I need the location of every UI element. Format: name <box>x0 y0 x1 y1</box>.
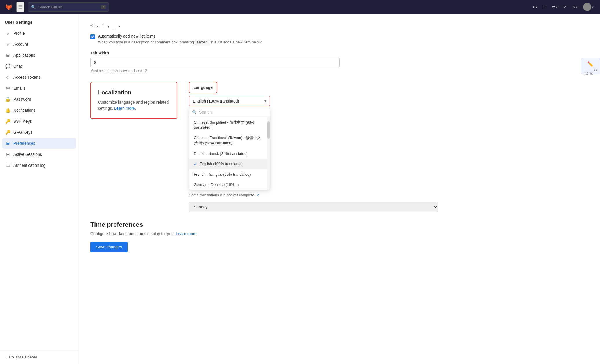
dropdown-list-wrapper: Chinese, Simplified - 简体中文 (98% translat… <box>189 117 270 190</box>
sidebar-item-notifications[interactable]: 🔔 Notifications <box>2 105 76 116</box>
access-tokens-icon: ◇ <box>5 75 10 80</box>
checkbox-desc-pre: When you type in a description or commen… <box>98 40 195 44</box>
gitlab-logo <box>5 3 13 11</box>
help-button[interactable]: ? ▾ <box>571 3 579 11</box>
dropdown-item-zh-cn[interactable]: Chinese, Simplified - 简体中文 (98% translat… <box>189 117 270 132</box>
notifications-icon: 🔔 <box>5 108 10 113</box>
sidebar-item-auth-log[interactable]: ☰ Authentication log <box>2 160 76 171</box>
time-learn-more-link[interactable]: Learn more. <box>176 231 198 236</box>
language-search-row: 🔍 <box>189 107 270 117</box>
first-day-select[interactable]: Sunday Monday Saturday <box>189 202 438 212</box>
user-chevron: ▾ <box>592 6 594 9</box>
tab-width-input[interactable] <box>90 58 340 67</box>
symbols-text: < , * , _ . <box>90 23 588 28</box>
sidebar-item-emails[interactable]: ✉ Emails <box>2 83 76 94</box>
dropdown-item-en[interactable]: ✓ English (100% translated) <box>189 159 270 169</box>
sidebar-label-ssh-keys: SSH Keys <box>13 119 32 124</box>
tab-width-label: Tab width <box>90 51 588 55</box>
collapse-label: Collapse sidebar <box>9 355 37 359</box>
dropdown-item-zh-tw[interactable]: Chinese, Traditional (Taiwan) - 繁體中文 (台灣… <box>189 132 270 149</box>
language-search-input[interactable] <box>199 110 267 114</box>
side-widget[interactable]: ✏️ C笔记 <box>581 58 600 74</box>
sidebar: User Settings ○ Profile ☆ Account ⊞ Appl… <box>0 14 79 364</box>
chevron-down-icon: ▾ <box>264 99 266 103</box>
auto-list-items-label: Automatically add new list items <box>98 34 262 39</box>
sidebar-item-ssh-keys[interactable]: 🔑 SSH Keys <box>2 116 76 127</box>
search-input[interactable] <box>38 5 99 9</box>
sidebar-item-account[interactable]: ☆ Account <box>2 39 76 50</box>
sidebar-label-gpg-keys: GPG Keys <box>13 130 32 135</box>
dropdown-scrollbar <box>267 117 270 190</box>
external-link-icon: ↗ <box>256 193 260 197</box>
localization-title: Localization <box>98 89 170 96</box>
sidebar-label-account: Account <box>13 42 28 47</box>
dropdown-item-label-de: German - Deutsch (16%...) <box>194 182 265 187</box>
sidebar-label-applications: Applications <box>13 53 35 58</box>
time-preferences-title: Time preferences <box>90 221 588 228</box>
sidebar-label-preferences: Preferences <box>13 141 35 146</box>
scrollbar-thumb[interactable] <box>267 121 270 139</box>
language-selected-value: English (100% translated) <box>193 99 239 103</box>
sidebar-item-applications[interactable]: ⊞ Applications <box>2 50 76 61</box>
time-preferences-desc: Configure how dates and times display fo… <box>90 231 588 236</box>
language-select-trigger[interactable]: English (100% translated) ▾ <box>189 96 270 106</box>
notice-link[interactable]: ↗ <box>256 193 260 197</box>
issues-icon: □ <box>543 4 546 10</box>
user-menu-button[interactable]: ▾ <box>581 1 595 13</box>
sidebar-label-password: Password <box>13 97 31 102</box>
tab-width-section: Tab width Must be a number between 1 and… <box>90 51 588 73</box>
save-changes-button[interactable]: Save changes <box>90 242 128 252</box>
search-slash: / <box>101 5 106 9</box>
sidebar-nav: ○ Profile ☆ Account ⊞ Applications 💬 <box>0 28 79 171</box>
merge-requests-button[interactable]: ⇄ ▾ <box>550 3 559 11</box>
merge-icon: ⇄ <box>552 5 555 9</box>
localization-box: Localization Customize language and regi… <box>90 82 177 212</box>
sidebar-title: User Settings <box>0 14 79 28</box>
dropdown-item-label-fr: French - français (99% translated) <box>194 172 265 177</box>
sidebar-item-active-sessions[interactable]: ⊞ Active Sessions <box>2 149 76 160</box>
language-label-box: Language <box>189 82 217 93</box>
search-bar: 🔍 / <box>28 2 109 12</box>
sidebar-item-preferences[interactable]: ⊟ Preferences <box>2 138 76 149</box>
auto-list-items-description: When you type in a description or commen… <box>98 40 262 45</box>
issues-button[interactable]: □ <box>541 3 548 11</box>
sidebar-item-chat[interactable]: 💬 Chat <box>2 61 76 72</box>
main-content: < , * , _ . Automatically add new list i… <box>79 14 600 364</box>
todo-button[interactable]: ✓ <box>561 3 569 11</box>
dropdown-item-fr[interactable]: French - français (99% translated) <box>189 169 270 180</box>
collapse-icon: « <box>5 355 7 359</box>
hamburger-button[interactable]: ☰ <box>16 2 24 12</box>
create-button[interactable]: + ▾ <box>530 3 539 11</box>
dropdown-item-da[interactable]: Danish - dansk (34% translated) <box>189 149 270 159</box>
create-chevron: ▾ <box>536 6 537 9</box>
profile-icon: ○ <box>5 31 10 36</box>
dropdown-item-label-zh-tw: Chinese, Traditional (Taiwan) - 繁體中文 (台灣… <box>194 135 265 146</box>
localization-section: Localization Customize language and regi… <box>90 82 588 212</box>
auto-list-items-row: Automatically add new list items When yo… <box>90 34 588 45</box>
navbar-actions: + ▾ □ ⇄ ▾ ✓ ? ▾ ▾ <box>530 1 595 13</box>
sidebar-label-access-tokens: Access Tokens <box>13 75 40 80</box>
checkmark-icon: ✓ <box>194 162 197 167</box>
layout: User Settings ○ Profile ☆ Account ⊞ Appl… <box>0 14 600 364</box>
language-field-label: Language <box>194 85 213 90</box>
sidebar-label-notifications: Notifications <box>13 108 35 113</box>
sidebar-item-password[interactable]: 🔒 Password <box>2 94 76 105</box>
password-icon: 🔒 <box>5 97 10 102</box>
gpg-keys-icon: 🔑 <box>5 130 10 135</box>
localization-learn-more[interactable]: Learn more. <box>114 106 136 111</box>
sidebar-item-access-tokens[interactable]: ◇ Access Tokens <box>2 72 76 83</box>
navbar: ☰ 🔍 / + ▾ □ ⇄ ▾ ✓ ? ▾ ▾ <box>0 0 600 14</box>
account-icon: ☆ <box>5 42 10 47</box>
dropdown-list: Chinese, Simplified - 简体中文 (98% translat… <box>189 117 270 190</box>
auto-list-items-checkbox[interactable] <box>90 34 95 39</box>
sidebar-item-profile[interactable]: ○ Profile <box>2 28 76 39</box>
tab-width-hint: Must be a number between 1 and 12 <box>90 69 588 73</box>
localization-desc: Customize language and region related se… <box>98 99 170 111</box>
collapse-sidebar-button[interactable]: « Collapse sidebar <box>5 355 74 359</box>
help-chevron: ▾ <box>576 6 577 9</box>
plus-icon: + <box>532 4 535 10</box>
avatar <box>583 3 591 11</box>
dropdown-item-label-zh-cn: Chinese, Simplified - 简体中文 (98% translat… <box>194 120 265 129</box>
sidebar-item-gpg-keys[interactable]: 🔑 GPG Keys <box>2 127 76 138</box>
dropdown-item-de[interactable]: German - Deutsch (16%...) <box>189 180 270 190</box>
